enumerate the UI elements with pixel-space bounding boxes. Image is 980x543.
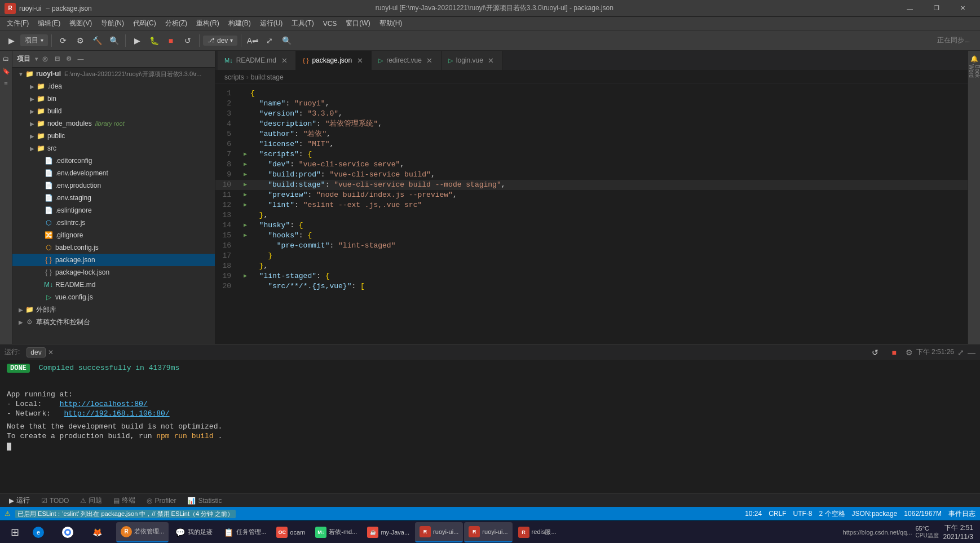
taskbar-my-java[interactable]: ☕ my-Java... <box>363 522 414 542</box>
hammer-icon[interactable]: 🔨 <box>89 33 105 48</box>
tree-item-package-lock[interactable]: { } package-lock.json <box>12 266 215 279</box>
status-line-info[interactable]: 1062/1967M <box>904 510 942 518</box>
status-indent[interactable]: 2 个空格 <box>819 509 845 519</box>
tab-readme[interactable]: M↓ README.md ✕ <box>218 51 296 70</box>
menu-navigate[interactable]: 导航(N) <box>96 17 129 29</box>
code-editor[interactable]: 1 { 2 "name": "ruoyi", 3 "version": "3.3… <box>215 84 968 344</box>
project-view-icon[interactable]: 🗂 <box>1 53 12 64</box>
menu-view[interactable]: 视图(V) <box>65 17 96 29</box>
taskbar-ocam[interactable]: OC ocam <box>272 522 310 542</box>
settings-run-icon[interactable]: ⚙ <box>906 348 913 357</box>
taskbar-wechat[interactable]: 💬 我的足迹 <box>170 522 217 542</box>
notifications-icon[interactable]: 🔔 <box>969 53 980 64</box>
tree-item-babel[interactable]: ⬡ babel.config.js <box>12 241 215 254</box>
tree-item-idea[interactable]: ▶ 📁 .idea <box>12 80 215 92</box>
reload-icon[interactable]: ↺ <box>180 33 196 48</box>
tree-item-build[interactable]: ▶ 📁 build <box>12 105 215 117</box>
tree-item-bin[interactable]: ▶ 📁 bin <box>12 92 215 105</box>
bottom-tab-terminal[interactable]: ▤ 终端 <box>109 494 140 507</box>
status-file-type[interactable]: JSON:package <box>852 510 898 518</box>
tab-login-vue[interactable]: ▷ login.vue ✕ <box>442 51 503 70</box>
tree-item-node-modules[interactable]: ▶ 📁 node_modules library root <box>12 117 215 130</box>
tree-item-editorconfig[interactable]: 📄 .editorconfig <box>12 154 215 167</box>
login-tab-close[interactable]: ✕ <box>487 56 496 65</box>
global-search-icon[interactable]: 🔍 <box>279 33 294 48</box>
taskbar-ruoyi-md[interactable]: M↓ 若依-md... <box>311 522 361 542</box>
locate-icon[interactable]: ◎ <box>40 54 50 64</box>
run-output[interactable]: DONE Compiled successfully in 41379ms Ap… <box>0 360 980 493</box>
bottom-tab-todo[interactable]: ☑ TODO <box>37 494 73 507</box>
expand-icon[interactable]: ⤢ <box>262 33 277 48</box>
run-stop-icon[interactable]: ■ <box>886 345 902 360</box>
taskbar-browser[interactable]: e <box>28 522 56 542</box>
tree-item-vue-config[interactable]: ▷ vue.config.js <box>12 291 215 303</box>
project-dropdown[interactable]: 项目 ▾ <box>20 34 48 46</box>
taskbar-chrome[interactable] <box>58 522 86 542</box>
branch-dropdown[interactable]: ⎇ dev ▾ <box>203 36 237 46</box>
hide-panel-icon[interactable]: — <box>76 54 86 64</box>
eslint-warning[interactable]: 已启用 ESLint：'eslint' 列出在 package.json 中，/… <box>15 510 236 518</box>
menu-file[interactable]: 文件(F) <box>2 17 33 29</box>
tab-redirect-vue[interactable]: ▷ redirect.vue ✕ <box>372 51 442 70</box>
taskbar-ruoyi-ui-1[interactable]: R ruoyi-ui... <box>415 522 463 542</box>
tree-item-gitignore[interactable]: 🔀 .gitignore <box>12 229 215 241</box>
word-book-icon[interactable]: Word Book <box>969 65 980 77</box>
minimize-button[interactable]: — <box>897 0 922 17</box>
settings-icon[interactable]: ⚙ <box>72 33 88 48</box>
tree-item-eslintignore[interactable]: 📄 .eslintignore <box>12 204 215 217</box>
taskbar-ruoyi-ui-2[interactable]: R ruoyi-ui... <box>464 522 512 542</box>
collapse-icon[interactable]: ⊟ <box>52 54 62 64</box>
maximize-button[interactable]: ❐ <box>924 0 949 17</box>
package-tab-close[interactable]: ✕ <box>355 56 364 65</box>
menu-analyze[interactable]: 分析(Z) <box>161 17 192 29</box>
tree-item-env-dev[interactable]: 📄 .env.development <box>12 167 215 179</box>
tree-item-readme[interactable]: M↓ README.md <box>12 279 215 291</box>
tab-package-json[interactable]: { } package.json ✕ <box>296 51 372 70</box>
status-line-ending[interactable]: CRLF <box>769 510 786 518</box>
taskbar-firefox[interactable]: 🦊 <box>87 522 115 542</box>
local-url[interactable]: http://localhost:80/ <box>60 400 148 408</box>
sync-icon[interactable]: ⟳ <box>55 33 71 48</box>
readme-tab-close[interactable]: ✕ <box>280 56 289 65</box>
redirect-tab-close[interactable]: ✕ <box>425 56 434 65</box>
status-warning-icon[interactable]: ⚠ <box>5 510 11 518</box>
taskbar-task-manage[interactable]: 📋 任务管理... <box>218 522 271 542</box>
menu-build[interactable]: 构建(B) <box>224 17 255 29</box>
bottom-tab-problems[interactable]: ⚠ 问题 <box>76 494 107 507</box>
tree-item-package-json[interactable]: { } package.json <box>12 254 215 266</box>
tree-item-scratch[interactable]: ▶ ⚙ 草稿文件和控制台 <box>12 316 215 328</box>
bookmark-icon[interactable]: 🔖 <box>1 65 12 77</box>
status-encoding[interactable]: UTF-8 <box>793 510 813 518</box>
network-url[interactable]: http://192.168.1.106:80/ <box>64 409 169 418</box>
maximize-panel-icon[interactable]: ⤢ <box>957 348 964 357</box>
taskbar-ruoyi-manage[interactable]: R 若依管理... <box>116 522 169 542</box>
tree-item-eslintrc[interactable]: ⬡ .eslintrc.js <box>12 217 215 229</box>
tree-item-env-staging[interactable]: 📄 .env.staging <box>12 192 215 204</box>
tree-item-src[interactable]: ▶ 📁 src <box>12 142 215 154</box>
tree-item-external[interactable]: ▶ 📁 外部库 <box>12 303 215 316</box>
stop-icon[interactable]: ■ <box>163 33 179 48</box>
run-tab-close[interactable]: ✕ <box>48 348 54 356</box>
translate-icon[interactable]: A⇌ <box>245 33 261 48</box>
tree-item-public[interactable]: ▶ 📁 public <box>12 130 215 142</box>
status-event-log[interactable]: 事件日志 <box>948 509 975 519</box>
status-line-col[interactable]: 10:24 <box>745 510 762 518</box>
play-icon[interactable]: ▶ <box>129 33 145 48</box>
breadcrumb-scripts[interactable]: scripts <box>224 73 244 81</box>
tray-time[interactable]: 下午 2:51 2021/11/3 <box>943 523 973 541</box>
run-reload-icon[interactable]: ↺ <box>867 345 883 360</box>
structure-icon[interactable]: ≡ <box>1 78 12 89</box>
menu-help[interactable]: 帮助(H) <box>375 17 407 29</box>
bottom-tab-run[interactable]: ▶ 运行 <box>5 494 34 507</box>
search-icon[interactable]: 🔍 <box>106 33 122 48</box>
taskbar-redis[interactable]: R redis服... <box>514 522 561 542</box>
dev-badge[interactable]: dev <box>27 347 45 357</box>
bottom-tab-statistic[interactable]: 📊 Statistic <box>183 494 226 507</box>
tree-root-item[interactable]: ▼ 📁 ruoyi-ui E:\my-Java-20201221\ruoyi\开… <box>12 68 215 80</box>
menu-refactor[interactable]: 重构(R) <box>192 17 224 29</box>
menu-vcs[interactable]: VCS <box>319 19 342 29</box>
tree-item-env-prod[interactable]: 📄 .env.production <box>12 179 215 192</box>
menu-edit[interactable]: 编辑(E) <box>33 17 65 29</box>
start-button[interactable]: ⊞ <box>2 522 27 542</box>
close-button[interactable]: ✕ <box>950 0 975 17</box>
